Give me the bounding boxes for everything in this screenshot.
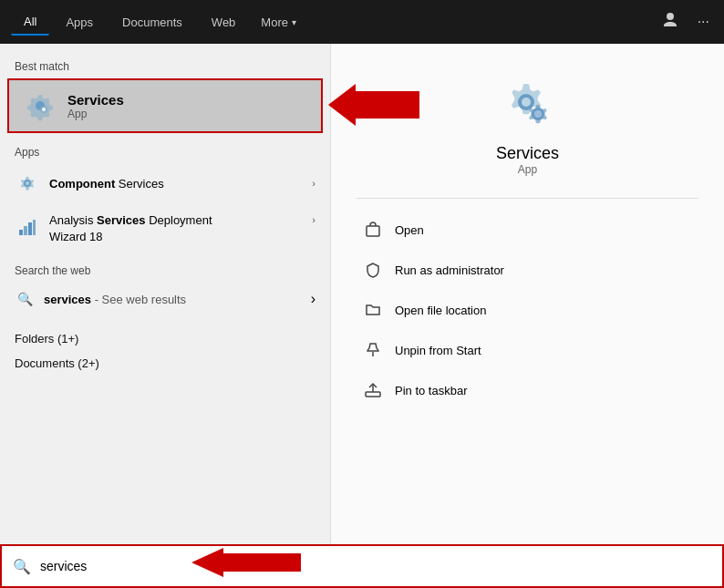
action-pin-to-taskbar[interactable]: Pin to taskbar (357, 370, 698, 410)
top-navigation-bar: All Apps Documents Web More ▾ ··· (0, 0, 724, 44)
best-match-title: Services (67, 92, 124, 108)
web-see-results: - See web results (91, 293, 186, 306)
action-run-as-admin[interactable]: Run as administrator (357, 250, 698, 290)
list-item-analysis-services[interactable]: Analysis Services DeploymentWizard 18 › (0, 204, 330, 253)
search-bar-icon: 🔍 (13, 558, 31, 575)
unpin-from-start-label: Unpin from Start (395, 344, 481, 357)
best-match-label: Best match (0, 55, 330, 77)
left-panel: Best match Services App A (0, 44, 331, 588)
open-label: Open (395, 223, 424, 237)
services-icon (24, 89, 57, 122)
tab-more[interactable]: More ▾ (252, 10, 305, 35)
component-services-icon (15, 170, 40, 196)
analysis-label-pre: Analysis (49, 213, 97, 227)
right-app-icon (495, 71, 561, 137)
folder-icon (360, 297, 386, 323)
action-open-file-location[interactable]: Open file location (357, 290, 698, 330)
svg-point-2 (42, 108, 46, 111)
pin-to-taskbar-label: Pin to taskbar (395, 384, 468, 397)
more-label: More (261, 15, 288, 29)
tab-apps[interactable]: Apps (53, 10, 106, 35)
search-input[interactable] (40, 559, 711, 573)
web-section-label: Search the web (0, 259, 330, 281)
analysis-services-chevron: › (312, 214, 315, 225)
apps-section-label: Apps (0, 140, 330, 162)
component-label-bold: Component (49, 177, 115, 191)
web-search-item[interactable]: 🔍 services - See web results › (0, 281, 330, 317)
more-options-icon[interactable]: ··· (694, 10, 713, 34)
open-icon (360, 217, 386, 242)
action-open[interactable]: Open (357, 210, 698, 250)
open-file-location-label: Open file location (395, 304, 486, 317)
svg-rect-14 (367, 226, 379, 236)
action-unpin-from-start[interactable]: Unpin from Start (357, 330, 698, 370)
feedback-icon[interactable] (657, 7, 683, 36)
analysis-services-text: Analysis Services DeploymentWizard 18 (49, 212, 312, 245)
svg-rect-9 (33, 220, 36, 235)
best-match-services[interactable]: Services App (7, 78, 323, 133)
best-match-text: Services App (67, 92, 124, 120)
svg-rect-16 (366, 392, 380, 397)
right-app-name: Services (496, 144, 559, 163)
analysis-services-icon (15, 214, 40, 240)
divider (357, 198, 698, 199)
analysis-label-bold: Services (97, 213, 146, 227)
web-query-bold: services (44, 293, 91, 306)
pin-icon (360, 337, 386, 363)
tab-documents[interactable]: Documents (109, 10, 195, 35)
documents-item[interactable]: Documents (2+) (0, 349, 330, 374)
svg-rect-6 (19, 230, 23, 235)
svg-rect-8 (28, 222, 32, 235)
main-content: Best match Services App A (0, 44, 724, 588)
component-label-rest: Services (115, 177, 163, 191)
web-search-icon: 🔍 (15, 289, 35, 309)
chevron-down-icon: ▾ (292, 17, 296, 27)
top-bar-actions: ··· (657, 7, 713, 36)
component-services-text: Component Services (49, 177, 312, 191)
tab-all[interactable]: All (11, 9, 49, 36)
right-app-type: App (518, 163, 537, 176)
search-bar: 🔍 (0, 544, 724, 588)
tab-web[interactable]: Web (199, 10, 249, 35)
shield-icon (360, 257, 386, 283)
list-item-component-services[interactable]: Component Services › (0, 162, 330, 204)
folders-item[interactable]: Folders (1+) (0, 325, 330, 349)
taskbar-icon (360, 377, 386, 403)
best-match-subtitle: App (67, 108, 124, 120)
run-as-admin-label: Run as administrator (395, 263, 504, 277)
web-search-text: services - See web results (44, 293, 311, 306)
web-chevron: › (311, 291, 315, 307)
component-services-chevron: › (312, 178, 315, 189)
right-panel: Services App Open Run as administrator (331, 44, 724, 588)
svg-rect-7 (24, 226, 27, 235)
